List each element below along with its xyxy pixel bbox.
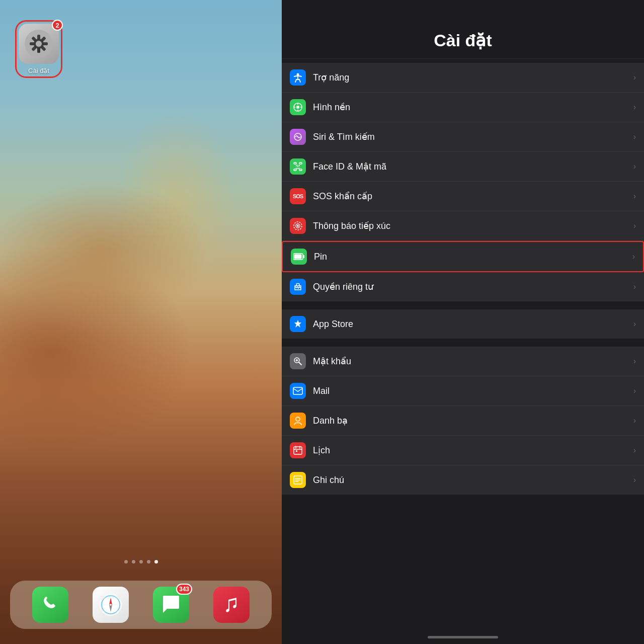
settings-item-appstore[interactable]: App Store ›: [282, 309, 644, 339]
hinnen-label: Hình nền: [313, 102, 629, 113]
svg-rect-38: [303, 255, 305, 258]
settings-group-2: App Store ›: [282, 309, 644, 339]
dot-2: [132, 560, 135, 564]
appstore-symbol: [293, 319, 303, 329]
privacy-label: Quyền riêng tư: [313, 281, 629, 292]
wallpaper: [0, 0, 282, 644]
contacts-label: Danh bạ: [313, 415, 629, 426]
settings-item-battery[interactable]: Pin ›: [282, 241, 644, 272]
home-screen: 2 Cài đặt: [0, 0, 282, 644]
battery-label: Pin: [314, 252, 628, 262]
password-symbol: [293, 356, 303, 366]
svg-rect-10: [30, 42, 35, 45]
messages-badge: 343: [176, 584, 192, 595]
dot-3: [139, 560, 143, 564]
password-label: Mật khẩu: [313, 356, 629, 367]
mail-label: Mail: [313, 386, 629, 396]
svg-point-36: [297, 225, 299, 227]
settings-item-hinnen[interactable]: Hình nền ›: [282, 93, 644, 122]
contacts-icon: [290, 413, 306, 429]
battery-chevron: ›: [632, 252, 635, 261]
siri-symbol: [293, 132, 303, 142]
wallpaper-symbol: [293, 102, 303, 112]
tronang-label: Trợ năng: [313, 72, 629, 83]
settings-item-siri[interactable]: Siri & Tìm kiếm ›: [282, 122, 644, 152]
contacts-symbol: [293, 416, 303, 426]
settings-group-3: Mật khẩu › Mail ›: [282, 347, 644, 495]
messages-icon: [161, 595, 181, 615]
settings-item-calendar[interactable]: Lịch ›: [282, 436, 644, 465]
calendar-symbol: [293, 445, 303, 455]
svg-rect-28: [299, 163, 302, 164]
sos-label: SOS khẩn cấp: [313, 191, 629, 202]
contact-notification-icon: [290, 218, 306, 234]
sos-icon: SOS: [290, 188, 306, 204]
contact-symbol: [293, 221, 303, 231]
tronang-chevron: ›: [633, 73, 636, 82]
dot-4: [147, 560, 150, 564]
page-dots: [0, 560, 282, 564]
wallpaper-icon: [290, 99, 306, 115]
settings-item-notes[interactable]: Ghi chú ›: [282, 465, 644, 495]
privacy-icon: [290, 279, 306, 295]
password-chevron: ›: [633, 357, 636, 366]
notes-symbol: [293, 475, 303, 485]
appstore-chevron: ›: [633, 319, 636, 329]
svg-rect-27: [294, 163, 296, 164]
svg-rect-44: [293, 387, 302, 394]
mail-icon: [290, 383, 306, 399]
mail-symbol: [293, 387, 303, 395]
privacy-chevron: ›: [633, 282, 636, 291]
svg-rect-6: [43, 42, 48, 45]
battery-symbol: [293, 253, 304, 260]
svg-rect-8: [37, 48, 40, 53]
calendar-label: Lịch: [313, 445, 629, 456]
svg-rect-3: [37, 35, 40, 40]
safari-icon: [100, 594, 122, 616]
sos-chevron: ›: [633, 192, 636, 201]
notes-icon: [290, 472, 306, 488]
music-icon: [221, 595, 242, 615]
battery-icon: [291, 249, 307, 265]
settings-app-icon-wrapper[interactable]: 2 Cài đặt: [15, 20, 62, 78]
settings-badge: 2: [52, 20, 63, 31]
dock-safari-app[interactable]: [93, 587, 129, 623]
settings-item-privacy[interactable]: Quyền riêng tư ›: [282, 272, 644, 301]
settings-item-mail[interactable]: Mail ›: [282, 376, 644, 406]
dock-music-app[interactable]: [213, 587, 250, 623]
siri-label: Siri & Tìm kiếm: [313, 131, 629, 142]
phone-icon: [40, 595, 60, 615]
contact-label: Thông báo tiếp xúc: [313, 220, 629, 231]
svg-rect-50: [296, 450, 297, 452]
settings-app-label: Cài đặt: [28, 67, 49, 74]
notes-chevron: ›: [633, 475, 636, 485]
faceid-icon: [290, 158, 306, 175]
calendar-chevron: ›: [633, 446, 636, 455]
password-icon: [290, 353, 306, 369]
privacy-symbol: [293, 282, 303, 292]
settings-item-sos[interactable]: SOS SOS khẩn cấp ›: [282, 182, 644, 211]
settings-item-contacts[interactable]: Danh bạ ›: [282, 406, 644, 436]
settings-item-password[interactable]: Mật khẩu ›: [282, 347, 644, 376]
settings-item-tronang[interactable]: Trợ năng ›: [282, 63, 644, 93]
accessibility-symbol: [293, 72, 303, 83]
gear-icon: [25, 30, 53, 58]
calendar-icon: [290, 442, 306, 458]
home-indicator: [282, 630, 644, 644]
siri-chevron: ›: [633, 132, 636, 141]
appstore-icon: [290, 316, 306, 332]
dot-5: [154, 560, 158, 564]
settings-app-icon[interactable]: 2: [19, 24, 59, 64]
svg-point-45: [296, 417, 300, 421]
settings-item-contact[interactable]: Thông báo tiếp xúc ›: [282, 211, 644, 241]
dock: 343: [10, 581, 272, 629]
svg-rect-30: [299, 169, 302, 171]
svg-point-19: [297, 73, 299, 76]
dock-messages-app[interactable]: 343: [153, 587, 189, 623]
dock-phone-app[interactable]: [32, 587, 68, 623]
settings-item-faceid[interactable]: Face ID & Mật mã ›: [282, 152, 644, 182]
settings-list[interactable]: Trợ năng › Hình nền ›: [282, 59, 644, 630]
siri-icon: [290, 129, 306, 145]
faceid-chevron: ›: [633, 162, 636, 171]
appstore-label: App Store: [313, 319, 629, 330]
